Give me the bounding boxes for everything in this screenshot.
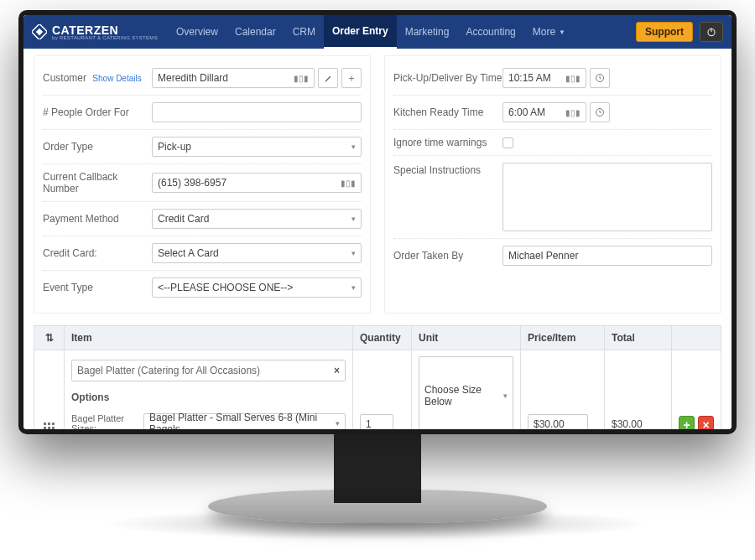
card-label: Credit Card: <box>43 247 152 259</box>
chevron-down-icon: ▾ <box>351 215 356 223</box>
order-taken-by-input[interactable]: Michael Penner <box>502 246 712 266</box>
customer-label: Customer <box>43 72 86 84</box>
line-items-header: ⇅ Item Quantity Unit Price/Item Total <box>34 326 721 350</box>
quantity-input[interactable]: 1 <box>360 414 393 429</box>
monitor-neck <box>334 433 421 503</box>
kitchen-time-label: Kitchen Ready Time <box>393 106 502 118</box>
brand-logo[interactable]: CATERZEN by RESTAURANT & CATERING SYSTEM… <box>32 23 158 40</box>
remove-line-button[interactable]: × <box>698 416 714 429</box>
callback-label: Current Callback Number <box>43 171 152 194</box>
show-details-link[interactable]: Show Details <box>92 74 141 83</box>
drag-handle-icon[interactable] <box>44 423 55 429</box>
chevron-down-icon: ▾ <box>351 283 356 292</box>
kitchen-clock-button[interactable] <box>590 102 610 122</box>
col-price[interactable]: Price/Item <box>521 326 605 350</box>
chevron-down-icon: ▾ <box>336 419 340 428</box>
ignore-warnings-checkbox[interactable] <box>502 137 513 148</box>
barcode-icon: ▮▯▮ <box>565 108 581 117</box>
chevron-down-icon: ▼ <box>559 29 565 36</box>
order-type-select[interactable]: Pick-up ▾ <box>152 137 362 157</box>
brand-glyph-icon <box>32 24 47 39</box>
barcode-icon: ▮▯▮ <box>565 74 581 83</box>
order-details-left: Customer Show Details Meredith Dillard ▮… <box>34 55 371 314</box>
nav-calendar[interactable]: Calendar <box>226 15 284 49</box>
nav-order-entry[interactable]: Order Entry <box>324 15 397 49</box>
pickup-time-label: Pick-Up/Deliver By Time <box>393 72 502 84</box>
event-type-label: Event Type <box>43 282 152 293</box>
payment-select[interactable]: Credit Card ▾ <box>152 209 362 229</box>
payment-label: Payment Method <box>43 213 152 225</box>
option-size-select[interactable]: Bagel Platter - Small Serves 6-8 (Mini B… <box>143 413 346 429</box>
order-details-right: Pick-Up/Deliver By Time 10:15 AM ▮▯▮ <box>384 55 721 314</box>
clock-icon <box>595 73 605 83</box>
barcode-icon: ▮▯▮ <box>341 179 356 188</box>
options-heading: Options <box>71 391 346 403</box>
callback-input[interactable]: (615) 398-6957 ▮▯▮ <box>152 173 362 193</box>
support-button[interactable]: Support <box>636 22 693 42</box>
line-total: $30.00 <box>612 414 664 429</box>
chevron-down-icon: ▾ <box>351 249 356 257</box>
line-item-row: Bagel Platter (Catering for All Occasion… <box>34 350 721 429</box>
nav-overview[interactable]: Overview <box>168 15 226 49</box>
special-instructions-label: Special Instructions <box>393 163 502 176</box>
ignore-warnings-label: Ignore time warnings <box>393 137 502 148</box>
barcode-icon: ▮▯▮ <box>294 74 309 83</box>
kitchen-time-input[interactable]: 6:00 AM ▮▯▮ <box>502 102 586 122</box>
people-input[interactable] <box>152 102 362 122</box>
col-unit[interactable]: Unit <box>412 326 521 350</box>
item-search-input[interactable]: Bagel Platter (Catering for All Occasion… <box>71 360 346 381</box>
option-size-label: Bagel Platter Sizes: <box>71 413 133 429</box>
people-label: # People Order For <box>43 106 152 118</box>
order-taken-by-label: Order Taken By <box>393 250 502 262</box>
pencil-icon <box>324 74 333 83</box>
price-input[interactable]: $30.00 <box>528 414 588 429</box>
pickup-time-input[interactable]: 10:15 AM ▮▯▮ <box>502 68 586 88</box>
card-select[interactable]: Select A Card ▾ <box>152 243 362 263</box>
col-total[interactable]: Total <box>605 326 672 350</box>
plus-icon: ＋ <box>346 71 357 86</box>
add-customer-button[interactable]: ＋ <box>341 68 362 88</box>
nav-accounting[interactable]: Accounting <box>457 15 523 49</box>
col-quantity[interactable]: Quantity <box>353 326 412 350</box>
clock-icon <box>595 107 605 117</box>
pickup-clock-button[interactable] <box>590 68 610 88</box>
top-nav: CATERZEN by RESTAURANT & CATERING SYSTEM… <box>23 15 732 49</box>
svg-rect-1 <box>36 29 43 35</box>
line-items-table: ⇅ Item Quantity Unit Price/Item Total <box>34 325 721 429</box>
nav-marketing[interactable]: Marketing <box>397 15 458 49</box>
unit-select[interactable]: Choose Size Below ▾ <box>419 356 513 429</box>
chevron-down-icon: ▾ <box>351 143 356 151</box>
nav-more[interactable]: More▼ <box>524 15 574 49</box>
nav-crm[interactable]: CRM <box>284 15 324 49</box>
add-line-button[interactable]: + <box>679 416 695 429</box>
edit-customer-button[interactable] <box>318 68 338 88</box>
customer-input[interactable]: Meredith Dillard ▮▯▮ <box>152 68 315 88</box>
clear-item-button[interactable]: × <box>334 365 340 376</box>
special-instructions-textarea[interactable] <box>502 163 712 231</box>
chevron-down-icon: ▾ <box>503 391 508 400</box>
col-item[interactable]: Item <box>65 326 353 350</box>
power-button[interactable] <box>700 22 723 42</box>
order-type-label: Order Type <box>43 141 152 153</box>
col-sort[interactable]: ⇅ <box>34 326 65 350</box>
brand-tagline: by RESTAURANT & CATERING SYSTEMS <box>52 35 158 40</box>
monitor-frame: CATERZEN by RESTAURANT & CATERING SYSTEM… <box>18 10 737 434</box>
event-type-select[interactable]: <--PLEASE CHOOSE ONE--> ▾ <box>152 277 362 298</box>
power-icon <box>706 26 717 38</box>
screen: CATERZEN by RESTAURANT & CATERING SYSTEM… <box>23 15 732 429</box>
